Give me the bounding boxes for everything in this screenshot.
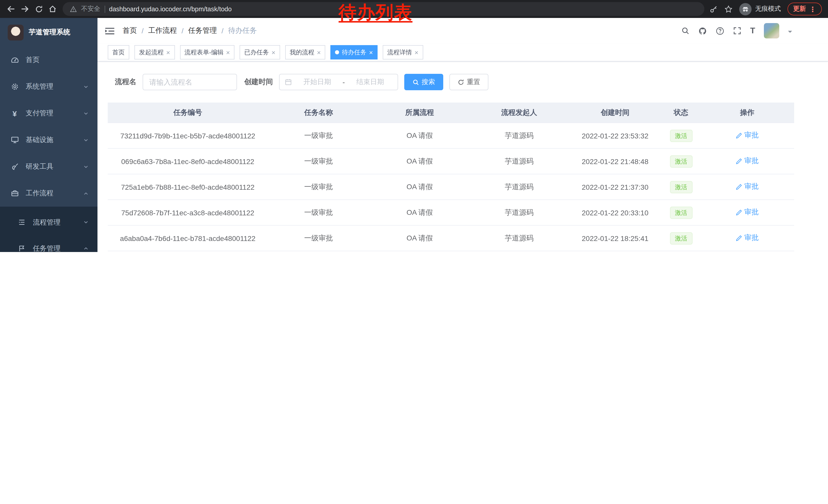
search-icon[interactable]: [681, 27, 690, 35]
process-name-input[interactable]: [142, 74, 237, 90]
cell-status: 激活: [662, 148, 700, 174]
approve-link[interactable]: 审批: [736, 208, 759, 217]
cell-task-id: 069c6a63-7b8a-11ec-8ef0-acde48001122: [108, 148, 268, 174]
sidebar-item-dev-tools[interactable]: 研发工具: [0, 153, 97, 180]
tab-todo-task[interactable]: 待办任务 ×: [331, 45, 378, 59]
tab-start-process[interactable]: 发起流程 ×: [134, 45, 175, 59]
sidebar-logo[interactable]: 芋道管理系统: [0, 18, 97, 47]
app-frame: 芋道管理系统 首页 系统管理 ¥ 支付管理: [0, 18, 828, 252]
table-header-row: 任务编号 任务名称 所属流程 流程发起人 创建时间 状态 操作: [108, 102, 794, 123]
date-range-picker[interactable]: 开始日期 - 结束日期: [279, 74, 398, 90]
tab-form-edit[interactable]: 流程表单-编辑 ×: [180, 45, 235, 59]
col-initiator: 流程发起人: [470, 102, 569, 123]
tab-label: 已办任务: [244, 48, 269, 57]
breadcrumb-separator: /: [141, 27, 143, 35]
cell-status: 激活: [662, 225, 700, 251]
table-row: 8f0d1619-7ac8-11ec-a9e2-a2380e71991a 1.2…: [108, 251, 794, 252]
breadcrumb-separator: /: [181, 27, 184, 35]
close-icon[interactable]: ×: [369, 49, 373, 56]
filter-form: 流程名 创建时间 开始日期 - 结束日期 搜索: [108, 74, 828, 90]
font-size-icon[interactable]: T: [750, 26, 755, 35]
close-icon[interactable]: ×: [272, 49, 275, 56]
approve-link[interactable]: 审批: [736, 234, 759, 243]
sidebar-item-payment-management[interactable]: ¥ 支付管理: [0, 100, 97, 127]
sidebar-item-process-management[interactable]: 流程管理: [0, 209, 97, 235]
help-icon[interactable]: [716, 27, 724, 35]
cell-task-id: 8f0d1619-7ac8-11ec-a9e2-a2380e71991a: [108, 251, 268, 252]
briefcase-icon: [10, 189, 19, 197]
todo-table: 任务编号 任务名称 所属流程 流程发起人 创建时间 状态 操作 73211d9d…: [108, 102, 794, 252]
calendar-icon: [285, 79, 292, 86]
breadcrumb-home[interactable]: 首页: [123, 26, 137, 35]
fullscreen-icon[interactable]: [733, 27, 741, 35]
tab-process-detail[interactable]: 流程详情 ×: [383, 45, 423, 59]
close-icon[interactable]: ×: [415, 49, 418, 56]
col-status: 状态: [662, 102, 700, 123]
wrench-icon: [10, 163, 19, 171]
incognito-chip: 无痕模式: [739, 3, 781, 15]
cell-task-name: 一级审批: [268, 148, 369, 174]
sidebar-item-task-management[interactable]: 任务管理: [0, 235, 97, 252]
cell-action: 审批: [700, 225, 794, 251]
end-date-placeholder: 结束日期: [348, 78, 392, 87]
browser-refresh-button[interactable]: [32, 2, 46, 16]
cell-task-name: 1.2: [268, 251, 369, 252]
avatar[interactable]: [764, 23, 779, 39]
edit-icon: [736, 132, 742, 139]
tab-home[interactable]: 首页: [108, 45, 129, 59]
kebab-menu-icon[interactable]: ⋮: [809, 5, 816, 12]
monitor-icon: [10, 136, 19, 144]
yen-icon: ¥: [10, 109, 19, 117]
caret-down-icon[interactable]: [788, 31, 792, 35]
sidebar-item-workflow[interactable]: 工作流程: [0, 180, 97, 207]
sidebar-item-infrastructure[interactable]: 基础设施: [0, 127, 97, 153]
status-badge: 激活: [670, 181, 692, 193]
breadcrumb: 首页 / 工作流程 / 任务管理 / 待办任务: [123, 26, 257, 35]
screenshot-root: 不安全 dashboard.yudao.iocoder.cn/bpm/task/…: [0, 0, 828, 252]
status-badge: 激活: [670, 155, 692, 168]
sidebar-item-home[interactable]: 首页: [0, 47, 97, 73]
approve-link[interactable]: 审批: [736, 156, 759, 166]
incognito-icon: [739, 3, 752, 15]
tab-my-process[interactable]: 我的流程 ×: [285, 45, 326, 59]
hamburger-icon[interactable]: [105, 27, 114, 35]
cell-status: 激活: [662, 174, 700, 200]
home-icon: [48, 5, 57, 13]
sidebar-item-system-management[interactable]: 系统管理: [0, 73, 97, 100]
key-icon[interactable]: [709, 5, 718, 13]
tab-done-task[interactable]: 已办任务 ×: [240, 45, 280, 59]
app-title: 芋道管理系统: [29, 28, 70, 37]
search-button[interactable]: 搜索: [404, 74, 443, 90]
address-bar[interactable]: 不安全 dashboard.yudao.iocoder.cn/bpm/task/…: [63, 2, 704, 16]
workflow-submenu: 流程管理 任务管理 我的流程: [0, 207, 97, 252]
approve-label: 审批: [744, 208, 759, 217]
cell-created-time: 2022-01-21 22:43:55: [569, 251, 662, 252]
cell-initiator: 芋道源码: [470, 174, 569, 200]
reset-button[interactable]: 重置: [449, 74, 488, 90]
cell-task-name: 一级审批: [268, 200, 369, 225]
close-icon[interactable]: ×: [166, 49, 170, 56]
chevron-down-icon: [84, 84, 88, 89]
browser-forward-button[interactable]: [18, 2, 32, 16]
cell-task-name: 一级审批: [268, 174, 369, 200]
github-icon[interactable]: [698, 27, 707, 35]
range-separator: -: [342, 78, 345, 86]
approve-link[interactable]: 审批: [736, 182, 759, 191]
chevron-down-icon: [84, 220, 88, 225]
browser-update-button[interactable]: 更新 ⋮: [787, 3, 822, 15]
active-tab-dot: [335, 50, 339, 54]
breadcrumb-task-management[interactable]: 任务管理: [188, 26, 217, 35]
col-task-name: 任务名称: [268, 102, 369, 123]
browser-back-button[interactable]: [4, 2, 18, 16]
refresh-icon: [35, 5, 43, 13]
close-icon[interactable]: ×: [317, 49, 321, 56]
close-icon[interactable]: ×: [226, 49, 230, 56]
breadcrumb-workflow[interactable]: 工作流程: [148, 26, 177, 35]
browser-home-button[interactable]: [46, 2, 59, 16]
cell-task-id: 73211d9d-7b9b-11ec-b5b7-acde48001122: [108, 123, 268, 148]
table-row: 725a1eb6-7b88-11ec-8ef0-acde48001122 一级审…: [108, 174, 794, 200]
approve-link[interactable]: 审批: [736, 131, 759, 140]
star-icon[interactable]: [724, 5, 733, 13]
edit-icon: [736, 158, 742, 165]
gear-icon: [10, 83, 19, 91]
